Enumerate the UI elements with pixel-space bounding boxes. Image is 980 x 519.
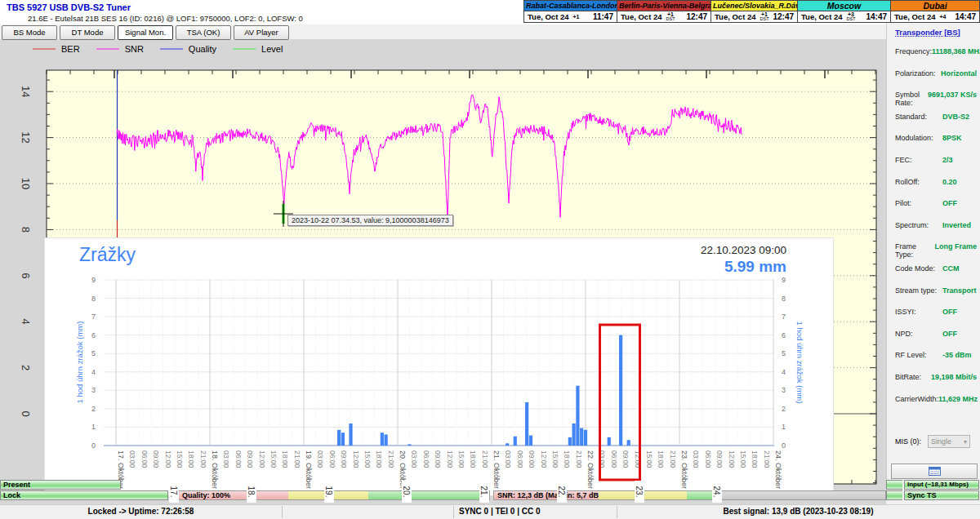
field-label: Polarization: <box>895 69 941 78</box>
clock-date: Tue, Oct 24 <box>715 12 756 21</box>
rain-hour-label: 09:00 <box>246 450 254 468</box>
clock-offset: +3DST <box>847 11 856 22</box>
clock-date: Tue, Oct 24 <box>621 12 662 21</box>
rain-hour-label: 15:00 <box>363 450 372 468</box>
title-bar: TBS 5927 USB DVB-S2 Tuner 21.6E - Eutels… <box>0 0 980 24</box>
field-label: RollOff: <box>895 178 942 186</box>
rain-bar <box>514 437 517 446</box>
clock-0: Rabat-Casablanca-LondonTue, Oct 24+111:4… <box>523 0 617 23</box>
quality-bar: Quality: 100% <box>178 490 490 500</box>
clock-time: 12:47 <box>773 12 794 21</box>
snr-bar-low: SNR: 12,3 dB (Margin: 5,7 dB | OK) <box>494 491 599 499</box>
clock-dst-flag: DST <box>847 17 856 22</box>
rain-day-label: 24. Október <box>774 450 782 489</box>
transponder-sidebar: Transponder [BS] Frequency:11188,368 MHz… <box>886 23 980 480</box>
clock-3: MoscowTue, Oct 24+3DST14:47 <box>797 0 891 23</box>
rain-hour-label: 09:00 <box>715 450 724 468</box>
field-label: NPD: <box>895 330 942 338</box>
clock-offset: +1DST <box>760 11 769 22</box>
clock-2: Lučenec/Slovakia_R.DávidTue, Oct 24+1DST… <box>710 0 798 23</box>
rain-hour-label: 21:00 <box>199 450 207 468</box>
input-bar: Input (~18,31 Mbps) <box>904 480 979 490</box>
rainfall-chart[interactable]: Zrážky22.10.2023 09:005.99 mm00112233445… <box>45 238 833 495</box>
field-label: RF Level: <box>895 351 942 359</box>
transport-panel-button[interactable] <box>891 464 978 479</box>
rain-day-label: 19. Október <box>305 450 313 489</box>
status-divider <box>453 506 454 518</box>
transponder-field-rolloff: RollOff:0.20 <box>895 178 977 186</box>
rain-y-label-right: 7 <box>782 313 786 321</box>
clock-time-row: Tue, Oct 24+1DST12:47 <box>711 11 797 22</box>
rain-hour-label: 06:00 <box>234 450 243 468</box>
y-axis-label: 0 <box>20 410 32 416</box>
rain-hour-label: 21:00 <box>669 450 677 468</box>
tab-signal-mon-[interactable]: Signal Mon. <box>118 25 173 40</box>
rain-hour-label: 09:00 <box>528 450 536 468</box>
clock-city: Dubai <box>891 1 979 11</box>
rain-y-label-left: 0 <box>91 441 96 450</box>
lock-bar: Lock <box>0 490 168 500</box>
tab-tsa-ok-[interactable]: TSA (OK) <box>176 25 231 40</box>
rain-y-label-right: 6 <box>782 331 786 339</box>
rain-y-label-right: 1 <box>782 423 786 431</box>
field-value: -35 dBm <box>942 351 977 359</box>
rain-hour-label: 15:00 <box>457 450 466 468</box>
y-axis-label: 2 <box>20 365 32 370</box>
rain-hour-label: 06:00 <box>328 450 336 468</box>
transponder-field-pilot: Pilot:OFF <box>895 199 977 207</box>
rain-hour-label: 03:00 <box>692 450 700 468</box>
quality-bar-mid <box>288 491 368 499</box>
field-value: 11188,368 MHz <box>932 47 980 55</box>
rain-hour-label: 06:00 <box>610 450 618 468</box>
rain-bar <box>385 434 388 446</box>
sync-counters: SYNC 0 | TEI 0 | CC 0 <box>459 507 541 516</box>
y-axis-label: 6 <box>20 273 32 278</box>
field-label: Standard: <box>895 113 942 121</box>
field-value: CCM <box>942 264 977 273</box>
rain-hour-label: 15:00 <box>739 450 747 468</box>
rain-y-label-left: 8 <box>91 295 96 303</box>
rain-y-label-left: 6 <box>91 331 96 339</box>
rain-y-label-right: 2 <box>782 405 786 413</box>
rain-bar <box>408 444 411 446</box>
rain-chart-window[interactable]: Zrážky22.10.2023 09:005.99 mm00112233445… <box>45 238 833 495</box>
rain-hour-label: 06:00 <box>422 450 430 468</box>
rain-hour-label: 18:00 <box>657 450 665 468</box>
transponder-field-codemode: Code Mode:CCM <box>895 264 977 273</box>
transponder-header-link[interactable]: Transponder [BS] <box>895 28 960 37</box>
clock-city: Lučenec/Slovakia_R.Dávid <box>711 1 797 11</box>
snr-bar: SNR: 12,3 dB (Margin: 5,7 dB | OK) <box>493 490 886 500</box>
mis-label: MIS (0): <box>895 437 921 446</box>
transponder-field-fec: FEC:2/3 <box>895 156 977 164</box>
world-clocks: Rabat-Casablanca-LondonTue, Oct 24+111:4… <box>524 0 980 23</box>
y-axis-label: 8 <box>20 227 32 233</box>
tab-bs-mode[interactable]: BS Mode <box>2 25 57 40</box>
transponder-field-symbolrate: Symbol Rate:9691,037 KS/s <box>895 91 977 107</box>
transponder-field-npd: NPD:OFF <box>895 330 977 338</box>
clock-utc-offset: +1 <box>573 14 580 20</box>
quality-bar-low: Quality: 100% <box>179 491 288 499</box>
field-label: BitRate: <box>895 373 931 381</box>
rain-hour-label: 06:00 <box>516 450 524 468</box>
field-value: Inverted <box>942 221 977 229</box>
clock-date: Tue, Oct 24 <box>801 12 843 21</box>
field-value: 9691,037 KS/s <box>928 91 977 107</box>
tab-dt-mode[interactable]: DT Mode <box>60 25 115 40</box>
rain-y-label-left: 7 <box>91 313 96 321</box>
app-root: TBS 5927 USB DVB-S2 Tuner 21.6E - Eutels… <box>0 0 980 519</box>
rain-hour-label: 12:00 <box>352 450 360 468</box>
clock-city: Berlin-Paris-Vienna-Belgrade <box>617 1 710 11</box>
rain-bar <box>506 443 509 446</box>
rain-hour-label: 09:00 <box>152 450 160 468</box>
y-axis-label: 14 <box>20 86 32 97</box>
transponder-field-streamtype: Stream type:Transport <box>895 286 977 295</box>
clock-dst-flag: DST <box>760 17 769 22</box>
clock-offset: +1DST <box>666 11 675 22</box>
snr-bar-rest <box>718 491 885 499</box>
chevron-down-icon: ▾ <box>964 438 967 446</box>
rain-hour-label: 21:00 <box>575 450 583 468</box>
tab-av-player[interactable]: AV Player <box>234 25 289 40</box>
transponder-field-polarization: Polarization:Horizontal <box>895 69 977 78</box>
mis-dropdown[interactable]: Single ▾ <box>928 435 970 448</box>
rain-ylabel-right: 1 hod úhrn zrážok (mm) <box>795 322 804 404</box>
